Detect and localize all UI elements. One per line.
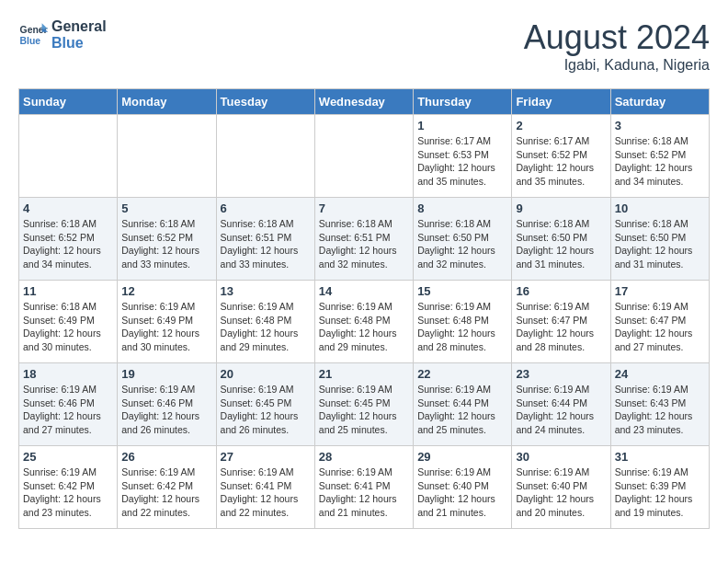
logo-line1: General	[51, 18, 107, 35]
day-cell: 29Sunrise: 6:19 AMSunset: 6:40 PMDayligh…	[414, 446, 512, 529]
day-cell: 6Sunrise: 6:18 AMSunset: 6:51 PMDaylight…	[216, 198, 314, 281]
day-number: 17	[615, 284, 705, 298]
day-header-tuesday: Tuesday	[216, 89, 314, 115]
page-header: General Blue General Blue August 2024 Ig…	[18, 18, 710, 74]
day-number: 3	[615, 119, 705, 132]
day-number: 24	[615, 367, 705, 381]
day-number: 31	[615, 450, 705, 464]
day-header-thursday: Thursday	[414, 89, 512, 115]
day-info: Sunrise: 6:18 AMSunset: 6:52 PMDaylight:…	[23, 217, 113, 271]
month-year: August 2024	[524, 18, 710, 57]
day-cell: 28Sunrise: 6:19 AMSunset: 6:41 PMDayligh…	[314, 446, 413, 529]
day-number: 12	[121, 284, 211, 298]
day-cell: 17Sunrise: 6:19 AMSunset: 6:47 PMDayligh…	[610, 281, 709, 363]
day-info: Sunrise: 6:19 AMSunset: 6:47 PMDaylight:…	[516, 300, 606, 354]
day-number: 29	[417, 450, 507, 464]
day-number: 18	[23, 367, 113, 381]
days-header-row: SundayMondayTuesdayWednesdayThursdayFrid…	[19, 89, 710, 115]
day-info: Sunrise: 6:18 AMSunset: 6:50 PMDaylight:…	[417, 217, 507, 271]
day-number: 22	[417, 367, 507, 381]
day-number: 30	[516, 450, 606, 464]
logo-icon: General Blue	[18, 20, 48, 50]
day-cell: 7Sunrise: 6:18 AMSunset: 6:51 PMDaylight…	[314, 198, 413, 281]
day-cell: 19Sunrise: 6:19 AMSunset: 6:46 PMDayligh…	[118, 363, 216, 446]
day-cell: 20Sunrise: 6:19 AMSunset: 6:45 PMDayligh…	[216, 363, 314, 446]
day-cell: 31Sunrise: 6:19 AMSunset: 6:39 PMDayligh…	[610, 446, 709, 529]
week-row-5: 25Sunrise: 6:19 AMSunset: 6:42 PMDayligh…	[19, 446, 710, 529]
day-info: Sunrise: 6:19 AMSunset: 6:39 PMDaylight:…	[615, 465, 705, 520]
day-number: 1	[417, 119, 507, 132]
day-info: Sunrise: 6:19 AMSunset: 6:42 PMDaylight:…	[23, 465, 113, 520]
day-info: Sunrise: 6:18 AMSunset: 6:52 PMDaylight:…	[615, 134, 705, 189]
day-header-monday: Monday	[118, 89, 216, 115]
day-number: 23	[516, 367, 606, 381]
day-number: 26	[121, 450, 211, 464]
day-info: Sunrise: 6:18 AMSunset: 6:52 PMDaylight:…	[121, 217, 211, 271]
svg-text:Blue: Blue	[20, 35, 41, 45]
day-info: Sunrise: 6:17 AMSunset: 6:52 PMDaylight:…	[516, 134, 606, 189]
week-row-4: 18Sunrise: 6:19 AMSunset: 6:46 PMDayligh…	[19, 363, 710, 446]
day-cell: 10Sunrise: 6:18 AMSunset: 6:50 PMDayligh…	[610, 198, 709, 281]
location: Igabi, Kaduna, Nigeria	[524, 57, 710, 74]
day-cell: 8Sunrise: 6:18 AMSunset: 6:50 PMDaylight…	[414, 198, 512, 281]
day-number: 9	[516, 201, 606, 215]
day-cell: 26Sunrise: 6:19 AMSunset: 6:42 PMDayligh…	[118, 446, 216, 529]
day-number: 7	[319, 201, 409, 215]
day-number: 10	[615, 201, 705, 215]
day-info: Sunrise: 6:18 AMSunset: 6:51 PMDaylight:…	[319, 217, 409, 271]
day-number: 21	[319, 367, 409, 381]
week-row-2: 4Sunrise: 6:18 AMSunset: 6:52 PMDaylight…	[19, 198, 710, 281]
day-info: Sunrise: 6:19 AMSunset: 6:48 PMDaylight:…	[319, 300, 409, 354]
day-info: Sunrise: 6:19 AMSunset: 6:40 PMDaylight:…	[417, 465, 507, 520]
day-number: 11	[23, 284, 113, 298]
day-number: 14	[319, 284, 409, 298]
day-cell: 24Sunrise: 6:19 AMSunset: 6:43 PMDayligh…	[610, 363, 709, 446]
day-number: 25	[23, 450, 113, 464]
day-header-sunday: Sunday	[19, 89, 118, 115]
day-info: Sunrise: 6:18 AMSunset: 6:49 PMDaylight:…	[23, 300, 113, 354]
week-row-1: 1Sunrise: 6:17 AMSunset: 6:53 PMDaylight…	[19, 115, 710, 198]
day-info: Sunrise: 6:19 AMSunset: 6:46 PMDaylight:…	[23, 383, 113, 437]
day-cell	[118, 115, 216, 198]
day-number: 20	[221, 367, 311, 381]
day-cell: 14Sunrise: 6:19 AMSunset: 6:48 PMDayligh…	[314, 281, 413, 363]
day-info: Sunrise: 6:19 AMSunset: 6:45 PMDaylight:…	[319, 383, 409, 437]
day-cell: 22Sunrise: 6:19 AMSunset: 6:44 PMDayligh…	[414, 363, 512, 446]
calendar-table: SundayMondayTuesdayWednesdayThursdayFrid…	[18, 88, 710, 529]
day-cell: 27Sunrise: 6:19 AMSunset: 6:41 PMDayligh…	[216, 446, 314, 529]
day-cell: 18Sunrise: 6:19 AMSunset: 6:46 PMDayligh…	[19, 363, 118, 446]
day-info: Sunrise: 6:19 AMSunset: 6:43 PMDaylight:…	[615, 383, 705, 437]
day-info: Sunrise: 6:19 AMSunset: 6:46 PMDaylight:…	[121, 383, 211, 437]
day-cell: 16Sunrise: 6:19 AMSunset: 6:47 PMDayligh…	[512, 281, 610, 363]
day-info: Sunrise: 6:18 AMSunset: 6:50 PMDaylight:…	[516, 217, 606, 271]
day-cell	[19, 115, 118, 198]
logo: General Blue General Blue	[18, 18, 107, 51]
day-cell: 25Sunrise: 6:19 AMSunset: 6:42 PMDayligh…	[19, 446, 118, 529]
day-cell: 23Sunrise: 6:19 AMSunset: 6:44 PMDayligh…	[512, 363, 610, 446]
day-cell: 4Sunrise: 6:18 AMSunset: 6:52 PMDaylight…	[19, 198, 118, 281]
day-info: Sunrise: 6:18 AMSunset: 6:51 PMDaylight:…	[221, 217, 311, 271]
title-block: August 2024 Igabi, Kaduna, Nigeria	[524, 18, 710, 74]
day-info: Sunrise: 6:18 AMSunset: 6:50 PMDaylight:…	[615, 217, 705, 271]
day-info: Sunrise: 6:17 AMSunset: 6:53 PMDaylight:…	[417, 134, 507, 189]
day-cell: 9Sunrise: 6:18 AMSunset: 6:50 PMDaylight…	[512, 198, 610, 281]
day-cell	[216, 115, 314, 198]
day-info: Sunrise: 6:19 AMSunset: 6:40 PMDaylight:…	[516, 465, 606, 520]
day-info: Sunrise: 6:19 AMSunset: 6:45 PMDaylight:…	[221, 383, 311, 437]
logo-line2: Blue	[51, 35, 107, 52]
day-cell: 3Sunrise: 6:18 AMSunset: 6:52 PMDaylight…	[610, 115, 709, 198]
day-cell: 2Sunrise: 6:17 AMSunset: 6:52 PMDaylight…	[512, 115, 610, 198]
day-cell: 15Sunrise: 6:19 AMSunset: 6:48 PMDayligh…	[414, 281, 512, 363]
day-header-saturday: Saturday	[610, 89, 709, 115]
day-cell: 30Sunrise: 6:19 AMSunset: 6:40 PMDayligh…	[512, 446, 610, 529]
day-cell: 11Sunrise: 6:18 AMSunset: 6:49 PMDayligh…	[19, 281, 118, 363]
day-number: 8	[417, 201, 507, 215]
day-cell: 21Sunrise: 6:19 AMSunset: 6:45 PMDayligh…	[314, 363, 413, 446]
day-info: Sunrise: 6:19 AMSunset: 6:48 PMDaylight:…	[417, 300, 507, 354]
week-row-3: 11Sunrise: 6:18 AMSunset: 6:49 PMDayligh…	[19, 281, 710, 363]
day-number: 6	[221, 201, 311, 215]
day-info: Sunrise: 6:19 AMSunset: 6:41 PMDaylight:…	[221, 465, 311, 520]
day-number: 4	[23, 201, 113, 215]
day-number: 2	[516, 119, 606, 132]
day-header-wednesday: Wednesday	[314, 89, 413, 115]
